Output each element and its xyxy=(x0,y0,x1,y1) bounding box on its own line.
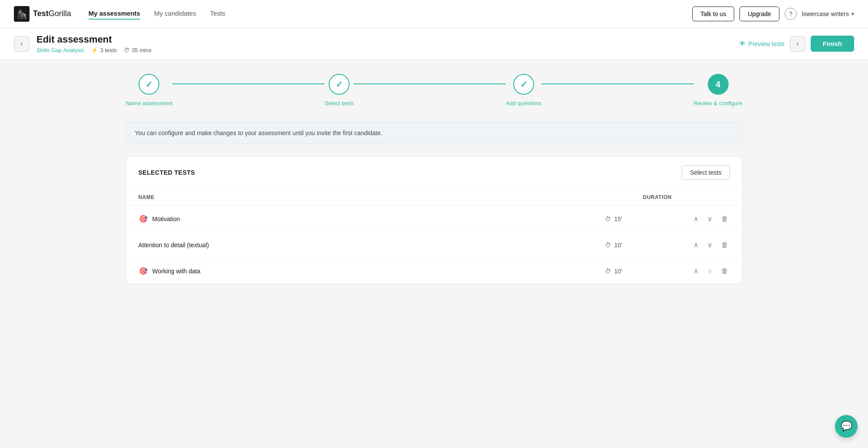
select-tests-button[interactable]: Select tests xyxy=(682,165,729,180)
row-name-attention: Attention to detail (textual) xyxy=(139,242,605,249)
nav-my-assessments[interactable]: My assessments xyxy=(89,8,140,20)
delete-button-motivation[interactable]: 🗑 xyxy=(719,214,730,224)
selected-tests-card: SELECTED TESTS Select tests NAME DURATIO… xyxy=(126,156,743,284)
step-select-tests: ✓ Select tests xyxy=(324,74,353,106)
table-row: Attention to detail (textual) ⏱ 10' ∧ ∨ … xyxy=(126,232,742,258)
user-name: lowercase writers xyxy=(802,10,849,17)
sub-header-left: ‹ Edit assessment Skills Gap Analysis ⚡ … xyxy=(14,34,152,53)
delete-button-attention[interactable]: 🗑 xyxy=(719,240,730,250)
column-duration-header: DURATION xyxy=(643,194,730,200)
row-duration-attention: ⏱ 10' xyxy=(605,242,692,249)
info-banner: You can configure and make changes to yo… xyxy=(126,122,743,144)
move-up-button-motivation[interactable]: ∧ xyxy=(692,214,700,224)
duration-label: 35 mins xyxy=(132,47,152,53)
step-name-assessment: ✓ Name assessment xyxy=(126,74,173,106)
move-up-button-attention[interactable]: ∧ xyxy=(692,240,700,250)
move-down-button-working-data: ∨ xyxy=(706,266,714,276)
test-name-motivation: Motivation xyxy=(152,216,180,222)
card-title: SELECTED TESTS xyxy=(139,169,195,176)
duration-value-motivation: 15' xyxy=(614,216,622,222)
delete-button-working-data[interactable]: 🗑 xyxy=(719,266,730,276)
sub-header-right: 👁 Preview tests ‹ Finish xyxy=(739,36,854,52)
step-4-circle: 4 xyxy=(708,74,729,95)
sub-header: ‹ Edit assessment Skills Gap Analysis ⚡ … xyxy=(0,28,868,60)
table-row: 🎯 Working with data ⏱ 10' ∧ ∨ 🗑 xyxy=(126,258,742,284)
step-add-questions: ✓ Add questions xyxy=(506,74,541,106)
row-actions-motivation: ∧ ∨ 🗑 xyxy=(692,214,730,224)
nav-tests[interactable]: Tests xyxy=(210,8,225,20)
assessment-title: Edit assessment xyxy=(36,34,152,45)
step-review-configure: 4 Review & configure xyxy=(694,74,743,106)
table-row: 🎯 Motivation ⏱ 15' ∧ ∨ 🗑 xyxy=(126,206,742,232)
preview-tests-button[interactable]: 👁 Preview tests xyxy=(739,40,785,48)
info-banner-text: You can configure and make changes to yo… xyxy=(135,129,383,136)
step-4-label: Review & configure xyxy=(694,100,743,106)
table-header: NAME DURATION xyxy=(126,189,742,206)
flash-icon: ⚡ xyxy=(91,47,98,53)
main-nav: My assessments My candidates Tests xyxy=(89,8,225,20)
main-header: 🦍 TestGorilla My assessments My candidat… xyxy=(0,0,868,28)
duration-value-attention: 10' xyxy=(614,242,622,249)
connector-2 xyxy=(354,83,506,84)
connector-3 xyxy=(541,83,693,84)
finish-button[interactable]: Finish xyxy=(811,36,854,52)
row-name-working-data: 🎯 Working with data xyxy=(139,266,605,276)
tests-count-label: 3 tests xyxy=(100,47,117,53)
back-button[interactable]: ‹ xyxy=(14,36,30,52)
test-name-attention: Attention to detail (textual) xyxy=(139,242,209,249)
talk-to-us-button[interactable]: Talk to us xyxy=(692,7,734,21)
header-left: 🦍 TestGorilla My assessments My candidat… xyxy=(14,6,225,22)
row-duration-working-data: ⏱ 10' xyxy=(605,268,692,275)
card-header: SELECTED TESTS Select tests xyxy=(126,156,742,189)
move-up-button-working-data[interactable]: ∧ xyxy=(692,266,700,276)
header-right: Talk to us Upgrade ? lowercase writers ▾ xyxy=(692,7,854,21)
move-down-button-motivation[interactable]: ∨ xyxy=(706,214,714,224)
upgrade-button[interactable]: Upgrade xyxy=(739,7,779,21)
user-menu[interactable]: lowercase writers ▾ xyxy=(802,10,854,17)
step-1-circle: ✓ xyxy=(139,74,159,95)
step-3-label: Add questions xyxy=(506,100,541,106)
assessment-meta: Skills Gap Analysis ⚡ 3 tests ⏱ 35 mins xyxy=(36,47,152,53)
assessment-name: Skills Gap Analysis xyxy=(36,47,84,53)
step-2-label: Select tests xyxy=(324,100,353,106)
row-name-motivation: 🎯 Motivation xyxy=(139,214,605,224)
eye-icon: 👁 xyxy=(739,40,746,48)
row-actions-working-data: ∧ ∨ 🗑 xyxy=(692,266,730,276)
clock-icon-row1: ⏱ xyxy=(605,216,611,222)
column-name-header: NAME xyxy=(139,194,643,200)
help-icon[interactable]: ? xyxy=(785,8,797,20)
move-down-button-attention[interactable]: ∨ xyxy=(706,240,714,250)
svg-text:🦍: 🦍 xyxy=(17,9,27,20)
connector-1 xyxy=(172,83,324,84)
logo[interactable]: 🦍 TestGorilla xyxy=(14,6,71,22)
row-duration-motivation: ⏱ 15' xyxy=(605,216,692,222)
clock-icon-row3: ⏱ xyxy=(605,268,611,275)
clock-icon-row2: ⏱ xyxy=(605,242,611,249)
step-1-label: Name assessment xyxy=(126,100,173,106)
working-data-icon: 🎯 xyxy=(139,266,148,276)
test-name-working-data: Working with data xyxy=(152,268,201,275)
preview-tests-label: Preview tests xyxy=(749,40,785,47)
duration-value-working-data: 10' xyxy=(614,268,622,275)
chevron-down-icon: ▾ xyxy=(851,11,854,17)
step-2-circle: ✓ xyxy=(329,74,350,95)
assessment-info: Edit assessment Skills Gap Analysis ⚡ 3 … xyxy=(36,34,152,53)
row-actions-attention: ∧ ∨ 🗑 xyxy=(692,240,730,250)
duration-meta: ⏱ 35 mins xyxy=(124,47,152,53)
motivation-icon: 🎯 xyxy=(139,214,148,224)
main-content: ✓ Name assessment ✓ Select tests ✓ Add q… xyxy=(109,60,760,298)
logo-text: TestGorilla xyxy=(33,9,71,18)
clock-icon: ⏱ xyxy=(124,47,129,53)
prev-step-button[interactable]: ‹ xyxy=(790,36,805,52)
step-3-circle: ✓ xyxy=(513,74,534,95)
stepper: ✓ Name assessment ✓ Select tests ✓ Add q… xyxy=(126,74,743,106)
nav-my-candidates[interactable]: My candidates xyxy=(154,8,196,20)
tests-count-meta: ⚡ 3 tests xyxy=(91,47,117,53)
logo-icon: 🦍 xyxy=(14,6,30,22)
